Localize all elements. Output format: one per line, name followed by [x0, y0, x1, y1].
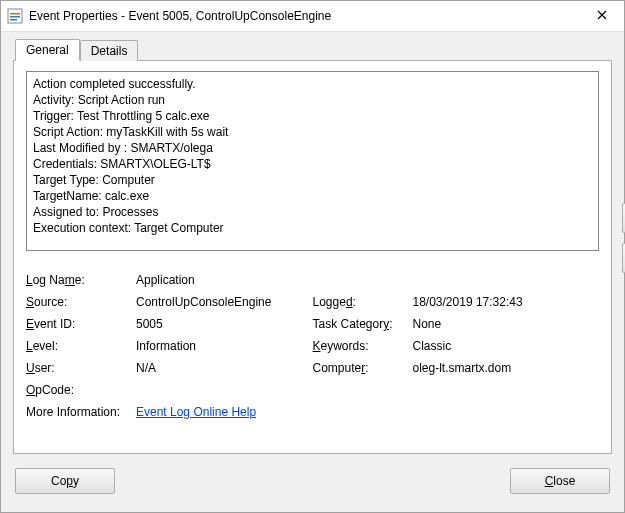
- copy-button[interactable]: Copy: [15, 468, 115, 494]
- tab-label: General: [26, 43, 69, 57]
- value-computer: oleg-lt.smartx.dom: [413, 357, 600, 379]
- value-level: Information: [136, 335, 313, 357]
- event-description[interactable]: Action completed successfully. Activity:…: [26, 71, 599, 251]
- label-user: User:: [26, 357, 136, 379]
- label-event-id: Event ID:: [26, 313, 136, 335]
- label-keywords: Keywords:: [313, 335, 413, 357]
- close-icon: [597, 9, 607, 23]
- label-logged: Logged:: [313, 291, 413, 313]
- client-area: General Details Action completed success…: [1, 32, 624, 512]
- value-log-name: Application: [136, 269, 599, 291]
- dialog-footer: Copy Close: [13, 460, 612, 502]
- svg-rect-3: [10, 19, 17, 21]
- tab-details[interactable]: Details: [80, 40, 139, 61]
- svg-rect-1: [10, 13, 20, 15]
- label-opcode: OpCode:: [26, 379, 136, 401]
- window-title: Event Properties - Event 5005, ControlUp…: [29, 9, 579, 23]
- window-close-button[interactable]: [579, 1, 624, 31]
- app-icon: [7, 8, 23, 24]
- tab-general[interactable]: General: [15, 39, 80, 61]
- label-source: Source:: [26, 291, 136, 313]
- tab-panel-general: Action completed successfully. Activity:…: [13, 60, 612, 454]
- tabstrip: General Details: [13, 38, 612, 60]
- titlebar: Event Properties - Event 5005, ControlUp…: [1, 1, 624, 32]
- value-user: N/A: [136, 357, 313, 379]
- value-event-id: 5005: [136, 313, 313, 335]
- properties-grid: Log Name: Application Source: ControlUpC…: [26, 269, 599, 423]
- value-opcode: [136, 379, 599, 401]
- label-log-name: Log Name:: [26, 269, 136, 291]
- value-source: ControlUpConsoleEngine: [136, 291, 313, 313]
- event-properties-window: Event Properties - Event 5005, ControlUp…: [0, 0, 625, 513]
- label-level: Level:: [26, 335, 136, 357]
- description-wrap: Action completed successfully. Activity:…: [26, 71, 599, 251]
- value-more-info: Event Log Online Help: [136, 401, 599, 423]
- label-task-category: Task Category:: [313, 313, 413, 335]
- svg-rect-2: [10, 16, 20, 18]
- value-task-category: None: [413, 313, 600, 335]
- close-button[interactable]: Close: [510, 468, 610, 494]
- event-log-online-help-link[interactable]: Event Log Online Help: [136, 405, 256, 419]
- button-label: Close: [545, 474, 576, 488]
- tab-label: Details: [91, 44, 128, 58]
- label-computer: Computer:: [313, 357, 413, 379]
- value-logged: 18/03/2019 17:32:43: [413, 291, 600, 313]
- label-more-info: More Information:: [26, 401, 136, 423]
- value-keywords: Classic: [413, 335, 600, 357]
- button-label: Copy: [51, 474, 79, 488]
